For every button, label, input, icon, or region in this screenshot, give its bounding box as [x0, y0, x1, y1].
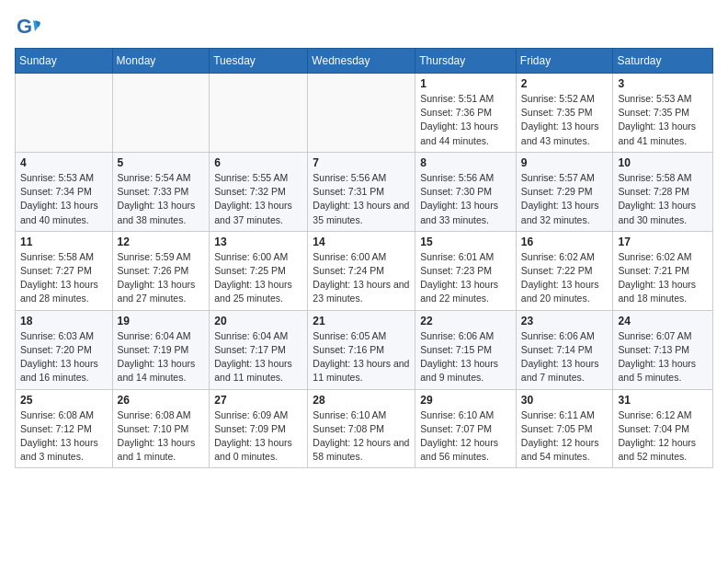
day-cell [16, 74, 113, 153]
day-cell: 7Sunrise: 5:56 AMSunset: 7:31 PMDaylight… [308, 152, 415, 231]
day-info: Sunrise: 5:55 AMSunset: 7:32 PMDaylight:… [214, 171, 302, 227]
day-number: 12 [118, 236, 205, 248]
day-info: Sunrise: 6:08 AMSunset: 7:10 PMDaylight:… [118, 408, 205, 465]
weekday-header-friday: Friday [516, 49, 613, 74]
day-number: 14 [313, 236, 410, 248]
day-info: Sunrise: 6:00 AMSunset: 7:25 PMDaylight:… [214, 250, 302, 306]
day-cell: 13Sunrise: 6:00 AMSunset: 7:25 PMDayligh… [210, 231, 308, 310]
day-cell: 15Sunrise: 6:01 AMSunset: 7:23 PMDayligh… [415, 231, 517, 310]
day-cell: 21Sunrise: 6:05 AMSunset: 7:16 PMDayligh… [308, 310, 415, 389]
logo-icon: G [15, 15, 40, 40]
weekday-header-sunday: Sunday [16, 49, 113, 74]
day-cell [308, 74, 415, 153]
week-row-5: 25Sunrise: 6:08 AMSunset: 7:12 PMDayligh… [16, 389, 713, 468]
day-number: 11 [20, 236, 108, 248]
day-number: 4 [20, 156, 108, 169]
day-cell: 8Sunrise: 5:56 AMSunset: 7:30 PMDaylight… [415, 152, 517, 231]
day-cell: 1Sunrise: 5:51 AMSunset: 7:36 PMDaylight… [415, 74, 517, 153]
day-cell: 14Sunrise: 6:00 AMSunset: 7:24 PMDayligh… [308, 231, 415, 310]
week-row-1: 1Sunrise: 5:51 AMSunset: 7:36 PMDaylight… [16, 74, 713, 153]
day-cell: 22Sunrise: 6:06 AMSunset: 7:15 PMDayligh… [415, 310, 517, 389]
day-info: Sunrise: 5:56 AMSunset: 7:31 PMDaylight:… [313, 171, 410, 227]
day-number: 29 [420, 394, 511, 407]
day-number: 8 [420, 156, 511, 169]
day-number: 25 [20, 394, 108, 407]
day-cell: 19Sunrise: 6:04 AMSunset: 7:19 PMDayligh… [112, 310, 210, 389]
day-cell: 20Sunrise: 6:04 AMSunset: 7:17 PMDayligh… [210, 310, 308, 389]
weekday-header-tuesday: Tuesday [210, 49, 308, 74]
day-number: 24 [618, 315, 708, 327]
day-cell: 11Sunrise: 5:58 AMSunset: 7:27 PMDayligh… [16, 231, 113, 310]
day-info: Sunrise: 6:00 AMSunset: 7:24 PMDaylight:… [313, 250, 410, 306]
day-info: Sunrise: 5:52 AMSunset: 7:35 PMDaylight:… [521, 92, 609, 148]
day-number: 2 [521, 77, 609, 90]
day-cell: 6Sunrise: 5:55 AMSunset: 7:32 PMDaylight… [210, 152, 308, 231]
calendar-table: SundayMondayTuesdayWednesdayThursdayFrid… [15, 48, 713, 468]
week-row-4: 18Sunrise: 6:03 AMSunset: 7:20 PMDayligh… [16, 310, 713, 389]
page-header: G [15, 15, 713, 40]
day-number: 1 [420, 77, 511, 90]
day-cell: 30Sunrise: 6:11 AMSunset: 7:05 PMDayligh… [516, 389, 613, 468]
day-info: Sunrise: 6:04 AMSunset: 7:17 PMDaylight:… [214, 329, 302, 385]
weekday-header-monday: Monday [112, 49, 210, 74]
day-cell: 29Sunrise: 6:10 AMSunset: 7:07 PMDayligh… [415, 389, 517, 468]
day-info: Sunrise: 6:04 AMSunset: 7:19 PMDaylight:… [118, 329, 205, 385]
day-number: 19 [118, 315, 205, 327]
day-cell: 18Sunrise: 6:03 AMSunset: 7:20 PMDayligh… [16, 310, 113, 389]
day-number: 30 [521, 394, 609, 407]
day-number: 28 [313, 394, 410, 407]
day-cell: 12Sunrise: 5:59 AMSunset: 7:26 PMDayligh… [112, 231, 210, 310]
day-info: Sunrise: 6:08 AMSunset: 7:12 PMDaylight:… [20, 408, 108, 465]
day-number: 7 [313, 156, 410, 169]
day-cell: 9Sunrise: 5:57 AMSunset: 7:29 PMDaylight… [516, 152, 613, 231]
day-number: 22 [420, 315, 511, 327]
day-info: Sunrise: 6:03 AMSunset: 7:20 PMDaylight:… [20, 329, 108, 385]
day-number: 27 [214, 394, 302, 407]
weekday-header-saturday: Saturday [613, 49, 713, 74]
day-number: 31 [618, 394, 708, 407]
day-cell: 31Sunrise: 6:12 AMSunset: 7:04 PMDayligh… [613, 389, 713, 468]
day-number: 6 [214, 156, 302, 169]
day-cell: 5Sunrise: 5:54 AMSunset: 7:33 PMDaylight… [112, 152, 210, 231]
day-info: Sunrise: 6:12 AMSunset: 7:04 PMDaylight:… [618, 408, 708, 465]
week-row-3: 11Sunrise: 5:58 AMSunset: 7:27 PMDayligh… [16, 231, 713, 310]
day-number: 9 [521, 156, 609, 169]
day-number: 5 [118, 156, 205, 169]
day-number: 21 [313, 315, 410, 327]
day-info: Sunrise: 5:58 AMSunset: 7:27 PMDaylight:… [20, 250, 108, 306]
day-info: Sunrise: 5:53 AMSunset: 7:34 PMDaylight:… [20, 171, 108, 227]
day-cell: 28Sunrise: 6:10 AMSunset: 7:08 PMDayligh… [308, 389, 415, 468]
day-info: Sunrise: 5:59 AMSunset: 7:26 PMDaylight:… [118, 250, 205, 306]
day-info: Sunrise: 6:01 AMSunset: 7:23 PMDaylight:… [420, 250, 511, 306]
day-cell [112, 74, 210, 153]
day-number: 16 [521, 236, 609, 248]
svg-text:G: G [17, 15, 32, 38]
weekday-header-thursday: Thursday [415, 49, 517, 74]
day-cell [210, 74, 308, 153]
day-info: Sunrise: 6:05 AMSunset: 7:16 PMDaylight:… [313, 329, 410, 385]
day-number: 17 [618, 236, 708, 248]
day-info: Sunrise: 6:11 AMSunset: 7:05 PMDaylight:… [521, 408, 609, 465]
day-number: 15 [420, 236, 511, 248]
logo[interactable]: G [15, 15, 44, 40]
day-info: Sunrise: 6:06 AMSunset: 7:15 PMDaylight:… [420, 329, 511, 385]
day-number: 26 [118, 394, 205, 407]
day-info: Sunrise: 5:58 AMSunset: 7:28 PMDaylight:… [618, 171, 708, 227]
day-info: Sunrise: 6:07 AMSunset: 7:13 PMDaylight:… [618, 329, 708, 385]
day-info: Sunrise: 5:56 AMSunset: 7:30 PMDaylight:… [420, 171, 511, 227]
day-info: Sunrise: 5:53 AMSunset: 7:35 PMDaylight:… [618, 92, 708, 148]
day-info: Sunrise: 5:51 AMSunset: 7:36 PMDaylight:… [420, 92, 511, 148]
day-info: Sunrise: 6:02 AMSunset: 7:22 PMDaylight:… [521, 250, 609, 306]
day-number: 23 [521, 315, 609, 327]
day-cell: 3Sunrise: 5:53 AMSunset: 7:35 PMDaylight… [613, 74, 713, 153]
day-cell: 4Sunrise: 5:53 AMSunset: 7:34 PMDaylight… [16, 152, 113, 231]
day-number: 10 [618, 156, 708, 169]
day-cell: 24Sunrise: 6:07 AMSunset: 7:13 PMDayligh… [613, 310, 713, 389]
day-info: Sunrise: 6:06 AMSunset: 7:14 PMDaylight:… [521, 329, 609, 385]
day-cell: 26Sunrise: 6:08 AMSunset: 7:10 PMDayligh… [112, 389, 210, 468]
day-cell: 2Sunrise: 5:52 AMSunset: 7:35 PMDaylight… [516, 74, 613, 153]
day-cell: 27Sunrise: 6:09 AMSunset: 7:09 PMDayligh… [210, 389, 308, 468]
day-number: 3 [618, 77, 708, 90]
day-number: 13 [214, 236, 302, 248]
day-cell: 23Sunrise: 6:06 AMSunset: 7:14 PMDayligh… [516, 310, 613, 389]
